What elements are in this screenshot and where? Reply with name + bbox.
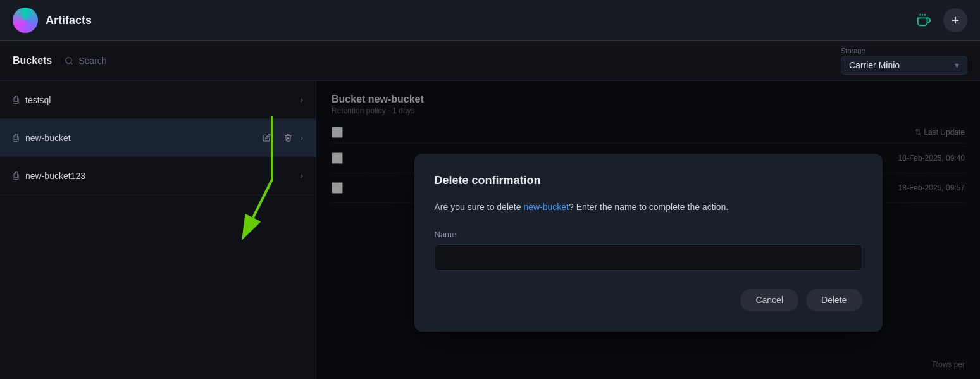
svg-point-5 bbox=[66, 58, 71, 63]
modal-actions: Cancel Delete bbox=[435, 289, 862, 311]
sidebar-item-new-bucket[interactable]: ⎙ new-bucket › bbox=[0, 119, 316, 157]
sidebar-item-name: new-bucket123 bbox=[25, 171, 294, 181]
buckets-label: Buckets bbox=[13, 55, 52, 66]
content-area: Bucket new-bucket Retention policy - 1 d… bbox=[316, 81, 980, 379]
header-right bbox=[912, 8, 967, 32]
trash-icon bbox=[284, 134, 292, 142]
chevron-right-icon: › bbox=[301, 96, 303, 104]
search-label: Search bbox=[78, 56, 106, 66]
connections-icon-button[interactable] bbox=[912, 8, 936, 32]
chevron-right-icon: › bbox=[301, 134, 303, 142]
modal-bucket-link: new-bucket bbox=[523, 202, 569, 212]
connections-icon bbox=[917, 13, 931, 27]
edit-button[interactable] bbox=[257, 129, 275, 147]
modal-body: Are you sure to delete new-bucket? Enter… bbox=[435, 200, 862, 214]
modal-body-suffix: ? Enter the name to complete the action. bbox=[569, 202, 728, 212]
sidebar: ⎙ testsql › ⎙ new-bucket bbox=[0, 81, 316, 379]
storage-value: Carrier Minio bbox=[849, 60, 900, 70]
search-box[interactable]: Search bbox=[65, 56, 106, 66]
sub-header: Buckets Search Storage Carrier Minio ▾ bbox=[0, 41, 980, 81]
add-button[interactable] bbox=[943, 8, 967, 32]
sidebar-item-new-bucket123[interactable]: ⎙ new-bucket123 › bbox=[0, 157, 316, 195]
header-left: Artifacts bbox=[13, 8, 92, 33]
folder-icon: ⎙ bbox=[13, 132, 19, 144]
sidebar-item-testsql[interactable]: ⎙ testsql › bbox=[0, 81, 316, 119]
edit-icon bbox=[263, 134, 271, 142]
svg-line-6 bbox=[71, 63, 73, 65]
folder-icon: ⎙ bbox=[13, 94, 19, 106]
chevron-down-icon: ▾ bbox=[955, 60, 959, 70]
delete-button[interactable] bbox=[279, 129, 297, 147]
cancel-button[interactable]: Cancel bbox=[740, 289, 798, 311]
main-layout: ⎙ testsql › ⎙ new-bucket bbox=[0, 81, 980, 379]
storage-select[interactable]: Carrier Minio ▾ bbox=[841, 56, 967, 75]
sidebar-item-actions: › bbox=[257, 129, 303, 147]
modal-body-prefix: Are you sure to delete bbox=[435, 202, 524, 212]
folder-icon: ⎙ bbox=[13, 170, 19, 182]
name-input-label: Name bbox=[435, 230, 862, 239]
app-header: Artifacts bbox=[0, 0, 980, 41]
modal-overlay: Delete confirmation Are you sure to dele… bbox=[316, 81, 980, 379]
storage-label: Storage bbox=[841, 47, 865, 54]
name-input[interactable] bbox=[435, 244, 862, 271]
storage-area: Storage Carrier Minio ▾ bbox=[841, 47, 967, 75]
search-icon bbox=[65, 56, 73, 65]
delete-confirm-button[interactable]: Delete bbox=[806, 289, 862, 311]
plus-icon bbox=[950, 15, 961, 26]
chevron-right-icon: › bbox=[301, 171, 303, 180]
sidebar-item-name: testsql bbox=[25, 95, 294, 105]
app-logo bbox=[13, 8, 38, 33]
sidebar-item-name: new-bucket bbox=[25, 133, 251, 143]
modal-title: Delete confirmation bbox=[435, 174, 862, 187]
delete-confirmation-modal: Delete confirmation Are you sure to dele… bbox=[414, 154, 883, 331]
app-title: Artifacts bbox=[46, 14, 92, 27]
